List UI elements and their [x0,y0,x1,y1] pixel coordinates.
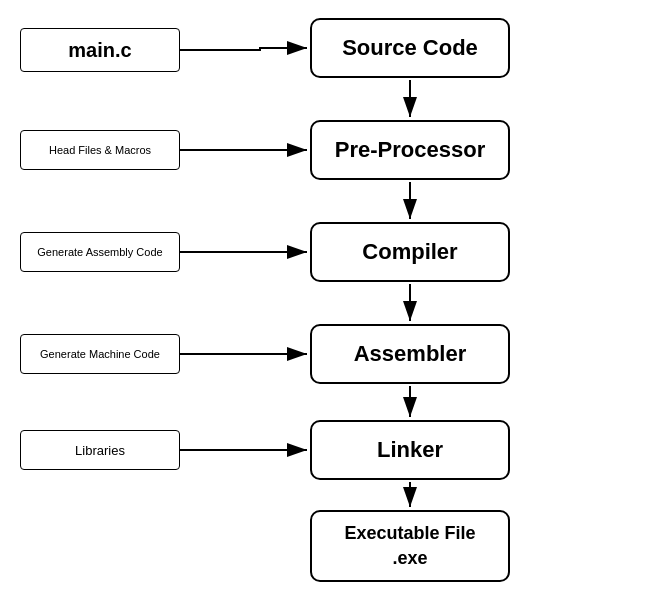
linker-box: Linker [310,420,510,480]
assembler-label: Assembler [354,341,467,367]
source-code-box: Source Code [310,18,510,78]
assembler-box: Assembler [310,324,510,384]
mainc-label: main.c [68,39,131,62]
libraries-label: Libraries [75,443,125,458]
compiler-label: Compiler [362,239,457,265]
arrows-overlay [0,0,652,598]
arrow-mainc-to-source [180,48,307,50]
head-files-label: Head Files & Macros [49,144,151,156]
gen-machine-box: Generate Machine Code [20,334,180,374]
gen-assembly-box: Generate Assembly Code [20,232,180,272]
executable-box: Executable File.exe [310,510,510,582]
compiler-box: Compiler [310,222,510,282]
source-code-label: Source Code [342,35,478,61]
gen-assembly-label: Generate Assembly Code [37,246,162,258]
libraries-box: Libraries [20,430,180,470]
compilation-diagram: Source Code Pre-Processor Compiler Assem… [0,0,652,598]
mainc-box: main.c [20,28,180,72]
pre-processor-label: Pre-Processor [335,137,485,163]
pre-processor-box: Pre-Processor [310,120,510,180]
executable-label: Executable File.exe [344,521,475,571]
linker-label: Linker [377,437,443,463]
head-files-box: Head Files & Macros [20,130,180,170]
gen-machine-label: Generate Machine Code [40,348,160,360]
